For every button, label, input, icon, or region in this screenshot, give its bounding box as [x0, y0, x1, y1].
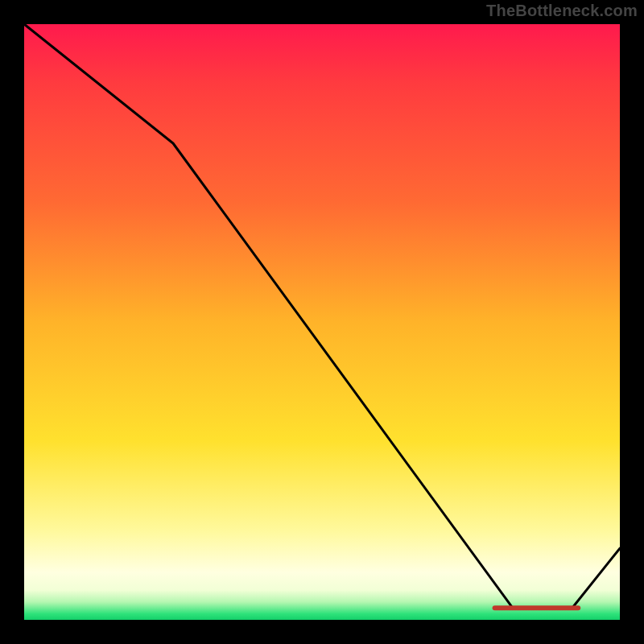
bottleneck-curve [24, 24, 620, 608]
plot-area [24, 24, 620, 620]
chart-frame: TheBottleneck.com [0, 0, 644, 644]
attribution-label: TheBottleneck.com [486, 2, 638, 20]
plot-svg [24, 24, 620, 620]
